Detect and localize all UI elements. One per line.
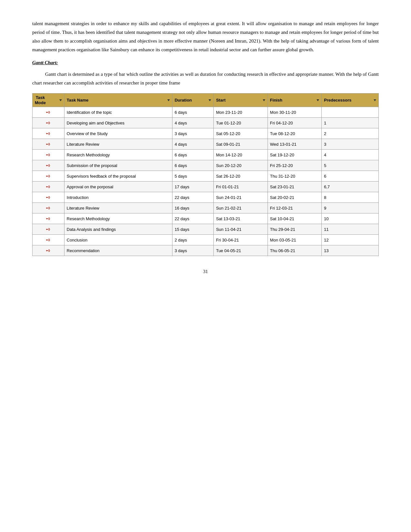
task-name-cell: Introduction — [64, 192, 172, 203]
predecessors-cell: 10 — [321, 213, 378, 224]
finish-cell: Fri 25-12-20 — [268, 160, 321, 171]
predecessors-cell: 4 — [321, 150, 378, 160]
start-cell: Sun 11-04-21 — [214, 224, 268, 235]
task-name-cell: Developing aim and Objectives — [64, 118, 172, 128]
task-name-cell: Literature Review — [64, 139, 172, 150]
table-row: ➺Conclusion2 daysFri 30-04-21Mon 03-05-2… — [33, 235, 379, 245]
finish-cell: Sat 20-02-21 — [268, 192, 321, 203]
start-cell: Sun 24-01-21 — [214, 192, 268, 203]
th-start[interactable]: Start — [214, 94, 268, 107]
duration-cell: 4 days — [172, 118, 214, 128]
table-row: ➺Approval on the porposal17 daysFri 01-0… — [33, 182, 379, 192]
finish-cell: Mon 30-11-20 — [268, 107, 321, 118]
table-row: ➺Supervisors feedback of the proposal5 d… — [33, 171, 379, 182]
task-mode-cell: ➺ — [33, 182, 64, 192]
predecessors-cell: 8 — [321, 192, 378, 203]
table-row: ➺Submission of the proposal6 daysSun 20-… — [33, 160, 379, 171]
task-mode-cell: ➺ — [33, 150, 64, 160]
duration-cell: 22 days — [172, 192, 214, 203]
task-name-cell: Data Analysis and findings — [64, 224, 172, 235]
task-mode-icon: ➺ — [46, 215, 51, 222]
finish-cell: Sat 10-04-21 — [268, 213, 321, 224]
duration-cell: 3 days — [172, 245, 214, 256]
finish-cell: Fri 12-03-21 — [268, 203, 321, 213]
predecessors-cell: 11 — [321, 224, 378, 235]
task-mode-icon: ➺ — [46, 141, 51, 148]
sort-icon-task-name[interactable] — [167, 99, 170, 101]
task-mode-cell: ➺ — [33, 235, 64, 245]
task-name-cell: Conclusion — [64, 235, 172, 245]
task-mode-cell: ➺ — [33, 107, 64, 118]
predecessors-cell: 3 — [321, 139, 378, 150]
start-cell: Sat 05-12-20 — [214, 128, 268, 139]
finish-cell: Mon 03-05-21 — [268, 235, 321, 245]
task-mode-cell: ➺ — [33, 213, 64, 224]
task-mode-icon: ➺ — [46, 162, 51, 169]
start-cell: Sat 09-01-21 — [214, 139, 268, 150]
finish-cell: Thu 06-05-21 — [268, 245, 321, 256]
duration-cell: 15 days — [172, 224, 214, 235]
table-header-row: Task Mode Task Name Duration Start — [33, 94, 379, 107]
finish-cell: Tue 08-12-20 — [268, 128, 321, 139]
duration-cell: 2 days — [172, 235, 214, 245]
table-row: ➺Research Methodology6 daysMon 14-12-20S… — [33, 150, 379, 160]
task-name-cell: Literature Review — [64, 203, 172, 213]
start-cell: Mon 14-12-20 — [214, 150, 268, 160]
duration-cell: 22 days — [172, 213, 214, 224]
task-mode-icon: ➺ — [46, 183, 51, 190]
th-task-name[interactable]: Task Name — [64, 94, 172, 107]
predecessors-cell: 12 — [321, 235, 378, 245]
predecessors-cell: 13 — [321, 245, 378, 256]
start-cell: Tue 01-12-20 — [214, 118, 268, 128]
sort-icon-predecessors[interactable] — [374, 99, 376, 101]
finish-cell: Sat 19-12-20 — [268, 150, 321, 160]
start-cell: Sat 13-03-21 — [214, 213, 268, 224]
task-mode-cell: ➺ — [33, 245, 64, 256]
sort-icon-finish[interactable] — [317, 99, 319, 101]
table-row: ➺Data Analysis and findings15 daysSun 11… — [33, 224, 379, 235]
start-cell: Sun 20-12-20 — [214, 160, 268, 171]
finish-cell: Wed 13-01-21 — [268, 139, 321, 150]
sort-icon-duration[interactable] — [209, 99, 211, 101]
predecessors-cell — [321, 107, 378, 118]
start-cell: Fri 01-01-21 — [214, 182, 268, 192]
body-paragraph: talent management strategies in order to… — [32, 19, 379, 54]
task-mode-cell: ➺ — [33, 224, 64, 235]
task-name-cell: Research Methodology — [64, 150, 172, 160]
task-name-cell: Research Methodology — [64, 213, 172, 224]
task-mode-cell: ➺ — [33, 128, 64, 139]
task-mode-icon: ➺ — [46, 130, 51, 137]
predecessors-cell: 1 — [321, 118, 378, 128]
duration-cell: 4 days — [172, 139, 214, 150]
task-mode-icon: ➺ — [46, 151, 51, 158]
task-mode-icon: ➺ — [46, 194, 51, 201]
duration-cell: 5 days — [172, 171, 214, 182]
task-mode-icon: ➺ — [46, 109, 51, 116]
finish-cell: Thu 29-04-21 — [268, 224, 321, 235]
task-mode-cell: ➺ — [33, 160, 64, 171]
sort-icon-task-mode[interactable] — [59, 99, 62, 101]
task-mode-cell: ➺ — [33, 118, 64, 128]
th-predecessors[interactable]: Predecessors — [321, 94, 378, 107]
table-row: ➺Introduction22 daysSun 24-01-21Sat 20-0… — [33, 192, 379, 203]
task-mode-icon: ➺ — [46, 172, 51, 180]
task-name-cell: Overview of the Study — [64, 128, 172, 139]
finish-cell: Fri 04-12-20 — [268, 118, 321, 128]
task-mode-cell: ➺ — [33, 171, 64, 182]
table-row: ➺Overview of the Study3 daysSat 05-12-20… — [33, 128, 379, 139]
th-finish[interactable]: Finish — [268, 94, 321, 107]
table-row: ➺Research Methodology22 daysSat 13-03-21… — [33, 213, 379, 224]
sort-icon-start[interactable] — [263, 99, 265, 101]
task-name-cell: Supervisors feedback of the proposal — [64, 171, 172, 182]
task-mode-icon: ➺ — [46, 119, 51, 126]
duration-cell: 17 days — [172, 182, 214, 192]
task-mode-icon: ➺ — [46, 247, 51, 254]
th-duration[interactable]: Duration — [172, 94, 214, 107]
task-name-cell: Approval on the porposal — [64, 182, 172, 192]
page-number: 31 — [32, 269, 379, 274]
task-name-cell: Submission of the proposal — [64, 160, 172, 171]
finish-cell: Sat 23-01-21 — [268, 182, 321, 192]
finish-cell: Thu 31-12-20 — [268, 171, 321, 182]
table-row: ➺Literature Review16 daysSun 21-02-21Fri… — [33, 203, 379, 213]
th-task-mode[interactable]: Task Mode — [33, 94, 64, 107]
